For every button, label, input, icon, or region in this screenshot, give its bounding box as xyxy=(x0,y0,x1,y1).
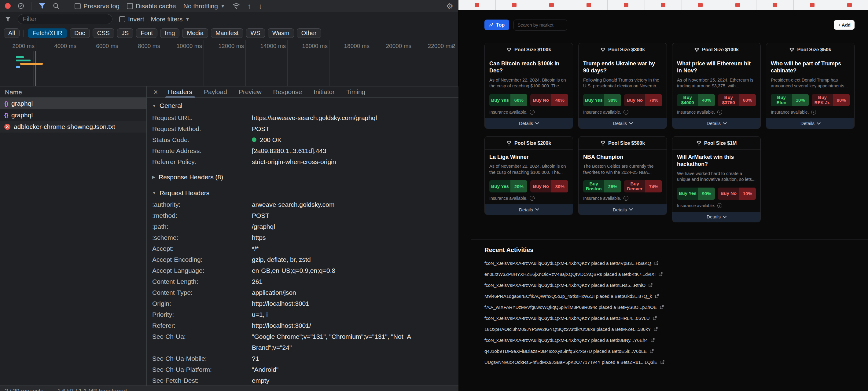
external-link-icon[interactable] xyxy=(648,283,653,288)
browser-tab[interactable] xyxy=(570,0,608,10)
chip-doc[interactable]: Doc xyxy=(70,28,90,38)
activity-row: 18OxpHAOIcl3hM09JYPSW2IGYQt8Qz2v3tdkrUtJ… xyxy=(485,324,855,335)
details-toggle[interactable]: Details xyxy=(579,118,666,129)
browser-tab[interactable] xyxy=(682,0,719,10)
buy-yes-button[interactable]: Buy $400040% xyxy=(677,94,715,106)
details-toggle[interactable]: Details xyxy=(766,118,854,129)
chip-manifest[interactable]: Manifest xyxy=(211,28,243,38)
external-link-icon[interactable] xyxy=(659,305,664,309)
chip-font[interactable]: Font xyxy=(136,28,157,38)
browser-tab[interactable] xyxy=(496,0,533,10)
clear-icon[interactable] xyxy=(18,3,24,9)
details-toggle[interactable]: Details xyxy=(485,118,573,129)
tab-payload[interactable]: Payload xyxy=(198,87,233,97)
external-link-icon[interactable] xyxy=(650,338,655,343)
request-headers-section-header[interactable]: ▼ Request Headers xyxy=(152,186,451,199)
disable-cache-checkbox[interactable] xyxy=(127,3,133,9)
more-filters-button[interactable]: More filters ▼ xyxy=(151,15,190,23)
buy-no-button[interactable]: Buy No40% xyxy=(530,94,568,106)
buy-no-button[interactable]: Buy Denver74% xyxy=(624,180,662,192)
preserve-log-toggle[interactable]: Preserve log xyxy=(74,2,120,10)
buy-yes-button[interactable]: Buy Elon10% xyxy=(771,94,809,106)
settings-gear-icon[interactable]: ⚙ xyxy=(446,2,453,10)
chip-all[interactable]: All xyxy=(4,28,20,38)
external-link-icon[interactable] xyxy=(654,261,659,265)
browser-tab[interactable] xyxy=(794,0,831,10)
response-headers-section-header[interactable]: ▶ Response Headers (8) xyxy=(152,170,451,183)
invert-toggle[interactable]: Invert xyxy=(119,15,144,23)
chip-css[interactable]: CSS xyxy=(93,28,114,38)
preserve-log-checkbox[interactable] xyxy=(74,3,81,9)
buy-no-button[interactable]: Buy $375060% xyxy=(718,94,756,106)
external-link-icon[interactable] xyxy=(655,294,659,298)
info-icon[interactable]: i xyxy=(623,196,628,201)
header-key: Accept: xyxy=(152,243,252,254)
info-icon[interactable]: i xyxy=(717,203,722,208)
buy-yes-button[interactable]: Buy Yes30% xyxy=(583,94,621,106)
general-key: Remote Address: xyxy=(152,145,252,156)
tab-response[interactable]: Response xyxy=(268,87,308,97)
details-toggle[interactable]: Details xyxy=(485,204,573,215)
add-button[interactable]: + Add xyxy=(834,20,855,30)
buy-yes-button[interactable]: Buy Boston26% xyxy=(583,180,621,192)
info-icon[interactable]: i xyxy=(811,110,816,115)
market-title: NBA Champion xyxy=(583,154,662,161)
request-row[interactable]: {} graphql xyxy=(0,98,146,109)
buy-no-button[interactable]: Buy No10% xyxy=(718,188,756,200)
external-link-icon[interactable] xyxy=(653,316,657,320)
general-section-header[interactable]: ▼ General xyxy=(152,99,451,112)
chip-js[interactable]: JS xyxy=(117,28,133,38)
name-column-header[interactable]: Name xyxy=(0,87,146,98)
chip-ws[interactable]: WS xyxy=(246,28,265,38)
network-conditions-icon[interactable] xyxy=(232,3,240,9)
record-button[interactable] xyxy=(5,3,11,9)
disable-cache-toggle[interactable]: Disable cache xyxy=(127,2,176,10)
tab-headers[interactable]: Headers xyxy=(162,87,198,97)
buy-yes-button[interactable]: Buy Yes90% xyxy=(677,188,715,200)
chip-other[interactable]: Other xyxy=(297,28,321,38)
filter-toggle-icon[interactable] xyxy=(39,3,45,9)
details-toggle[interactable]: Details xyxy=(672,212,761,222)
browser-tab[interactable] xyxy=(459,0,496,10)
info-icon[interactable]: i xyxy=(530,110,534,115)
buy-no-button[interactable]: Buy No80% xyxy=(530,180,568,192)
browser-tab[interactable] xyxy=(831,0,868,10)
invert-checkbox[interactable] xyxy=(119,16,125,22)
filter-input[interactable] xyxy=(18,14,113,24)
external-link-icon[interactable] xyxy=(658,272,663,276)
buy-yes-button[interactable]: Buy Yes20% xyxy=(489,180,527,192)
network-overview[interactable] xyxy=(0,51,458,87)
browser-tab[interactable] xyxy=(719,0,756,10)
export-har-icon[interactable]: ↓ xyxy=(258,2,262,10)
buy-yes-button[interactable]: Buy Yes60% xyxy=(489,94,527,106)
tab-preview[interactable]: Preview xyxy=(233,87,268,97)
details-toggle[interactable]: Details xyxy=(672,118,761,129)
tab-initiator[interactable]: Initiator xyxy=(308,87,340,97)
top-filter-badge[interactable]: Top xyxy=(485,20,509,30)
info-icon[interactable]: i xyxy=(623,110,628,115)
chip-wasm[interactable]: Wasm xyxy=(268,28,294,38)
browser-tab[interactable] xyxy=(756,0,794,10)
info-icon[interactable]: i xyxy=(717,110,722,115)
external-link-icon[interactable] xyxy=(653,327,658,331)
buy-no-button[interactable]: Buy No70% xyxy=(624,94,662,106)
browser-tab[interactable] xyxy=(608,0,645,10)
request-row[interactable]: × adblocker-chrome-shownegJson.txt xyxy=(0,121,146,133)
external-link-icon[interactable] xyxy=(660,360,665,364)
throttling-select[interactable]: No throttling ▼ xyxy=(183,2,225,10)
browser-tab[interactable] xyxy=(645,0,682,10)
tab-timing[interactable]: Timing xyxy=(340,87,371,97)
external-link-icon[interactable] xyxy=(649,349,654,353)
request-row[interactable]: {} graphql xyxy=(0,109,146,121)
search-input[interactable] xyxy=(514,20,567,31)
close-icon[interactable]: × xyxy=(149,88,162,96)
browser-tab[interactable] xyxy=(533,0,570,10)
chip-fetch-xhr[interactable]: Fetch/XHR xyxy=(28,28,67,38)
import-har-icon[interactable]: ↑ xyxy=(248,2,251,10)
chip-img[interactable]: Img xyxy=(160,28,179,38)
chip-media[interactable]: Media xyxy=(182,28,208,38)
search-icon[interactable] xyxy=(53,3,60,9)
buy-no-button[interactable]: Buy RFK Jr.90% xyxy=(812,94,850,106)
info-icon[interactable]: i xyxy=(530,196,534,201)
details-toggle[interactable]: Details xyxy=(579,204,666,215)
